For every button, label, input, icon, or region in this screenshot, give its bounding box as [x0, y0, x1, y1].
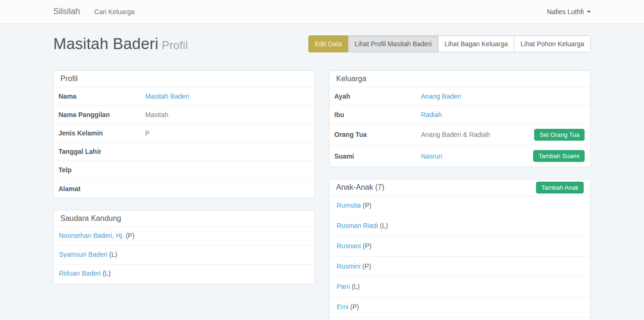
row-label: Ibu — [330, 106, 416, 123]
right-column: Keluarga Ayah Anang Baderi Ibu Radiah Or… — [329, 70, 591, 320]
gender-label: (P) — [362, 262, 371, 270]
anak-anak-card-header: Anak-Anak (7) Tambah Anak — [330, 179, 590, 196]
person-link[interactable]: Riduan Baderi — [59, 269, 101, 277]
keluarga-card-title: Keluarga — [330, 71, 590, 87]
view-bagan-keluarga-button[interactable]: Lihat Bagan Keluarga — [438, 35, 515, 52]
view-profile-button[interactable]: Lihat Profil Masitah Baderi — [348, 35, 438, 52]
page-header: Masitah BaderiProfil Edit Data Lihat Pro… — [53, 35, 591, 53]
sibling-row: Noorsehan Baderi, Hj. (P) — [54, 227, 314, 246]
child-row: Rumsita (P) — [330, 196, 590, 216]
gender-label: (L) — [352, 283, 360, 290]
navbar-container: Silsilah Cari Keluarga Nafies Luthfi — [53, 0, 591, 23]
gender-label: (P) — [126, 232, 135, 239]
table-row: Ibu Radiah — [330, 106, 590, 124]
gender-label: (P) — [363, 242, 372, 250]
row-label: Telp — [54, 161, 140, 178]
child-row-partial — [330, 318, 590, 320]
row-value: Masitah — [140, 106, 314, 123]
row-label: Alamat — [54, 180, 140, 197]
child-row: Pani (L) — [330, 277, 590, 297]
row-label: Orang Tua — [330, 126, 416, 143]
row-label: Suami — [330, 148, 416, 165]
person-link[interactable]: Rusnani — [337, 242, 361, 250]
row-value — [140, 165, 314, 175]
tambah-suami-button[interactable]: Tambah Suami — [533, 150, 585, 162]
brand-link[interactable]: Silsilah — [53, 7, 80, 17]
tambah-anak-button[interactable]: Tambah Anak — [536, 182, 584, 194]
row-label: Nama Panggilan — [54, 106, 140, 123]
row-value — [140, 184, 314, 194]
child-row: Erni (P) — [330, 297, 590, 318]
anak-anak-card: Anak-Anak (7) Tambah Anak Rumsita (P) Ru… — [329, 179, 591, 320]
sibling-row: Syamsuri Baderi (L) — [54, 246, 314, 265]
row-label: Jenis Kelamin — [54, 125, 140, 142]
person-link[interactable]: Nasrun — [421, 152, 442, 160]
table-row: Ayah Anang Baderi — [330, 87, 590, 106]
table-row: Telp — [54, 161, 314, 179]
table-row: Orang Tua Anang Baderi & Radiah Set Oran… — [330, 124, 590, 145]
navbar: Silsilah Cari Keluarga Nafies Luthfi — [0, 0, 644, 24]
gender-label: (L) — [380, 222, 388, 229]
person-link[interactable]: Masitah Baderi — [145, 93, 189, 100]
saudara-kandung-card: Saudara Kandung Noorsehan Baderi, Hj. (P… — [53, 210, 315, 284]
main-content: Masitah BaderiProfil Edit Data Lihat Pro… — [53, 35, 591, 320]
child-row: Rusman Riadi (L) — [330, 216, 590, 236]
profil-card: Profil Nama Masitah Baderi Nama Panggila… — [53, 70, 315, 198]
row-value: Anang Baderi & Radiah — [416, 126, 534, 143]
page-subtitle: Profil — [162, 39, 188, 51]
columns: Profil Nama Masitah Baderi Nama Panggila… — [53, 70, 591, 320]
child-row: Rusmini (P) — [330, 257, 590, 277]
person-name-title: Masitah Baderi — [53, 35, 158, 52]
gender-label: (L) — [109, 251, 117, 258]
child-row: Rusnani (P) — [330, 236, 590, 257]
table-row: Suami Nasrun Tambah Suami — [330, 145, 590, 167]
profile-action-group: Edit Data Lihat Profil Masitah Baderi Li… — [308, 35, 591, 52]
gender-label: (P) — [363, 202, 372, 209]
nav-link-cari-keluarga[interactable]: Cari Keluarga — [94, 8, 135, 16]
row-value: P — [140, 125, 314, 142]
gender-label: (P) — [350, 303, 359, 311]
table-row: Nama Panggilan Masitah — [54, 106, 314, 124]
set-orang-tua-button[interactable]: Set Orang Tua — [534, 129, 585, 141]
profil-card-title: Profil — [54, 71, 314, 87]
table-row: Jenis Kelamin P — [54, 124, 314, 143]
person-link[interactable]: Anang Baderi — [421, 93, 461, 100]
edit-data-button[interactable]: Edit Data — [308, 35, 349, 52]
row-label: Tanggal Lahir — [54, 143, 140, 160]
person-link[interactable]: Pani — [337, 283, 350, 290]
person-link[interactable]: Rusman Riadi — [337, 222, 378, 229]
view-pohon-keluarga-button[interactable]: Lihat Pohon Keluarga — [514, 35, 591, 52]
table-row: Alamat — [54, 179, 314, 198]
chevron-down-icon — [587, 11, 591, 13]
user-menu[interactable]: Nafies Luthfi — [547, 8, 591, 16]
sibling-row: Riduan Baderi (L) — [54, 265, 314, 284]
person-link[interactable]: Rusmini — [337, 262, 361, 270]
row-value — [140, 147, 314, 156]
row-label: Nama — [54, 88, 140, 105]
gender-label: (L) — [103, 269, 111, 277]
keluarga-card: Keluarga Ayah Anang Baderi Ibu Radiah Or… — [329, 70, 591, 167]
person-link[interactable]: Radiah — [421, 111, 442, 118]
left-column: Profil Nama Masitah Baderi Nama Panggila… — [53, 70, 315, 296]
anak-anak-card-title: Anak-Anak (7) — [336, 183, 384, 192]
person-link[interactable]: Erni — [337, 303, 348, 311]
person-link[interactable]: Rumsita — [337, 202, 361, 209]
table-row: Nama Masitah Baderi — [54, 87, 314, 106]
user-name: Nafies Luthfi — [547, 8, 584, 16]
person-link[interactable]: Syamsuri Baderi — [59, 251, 107, 258]
page-title: Masitah BaderiProfil — [53, 35, 188, 53]
saudara-kandung-card-title: Saudara Kandung — [54, 211, 314, 227]
row-label: Ayah — [330, 88, 416, 105]
person-link[interactable]: Noorsehan Baderi, Hj. — [59, 232, 124, 239]
table-row: Tanggal Lahir — [54, 143, 314, 161]
